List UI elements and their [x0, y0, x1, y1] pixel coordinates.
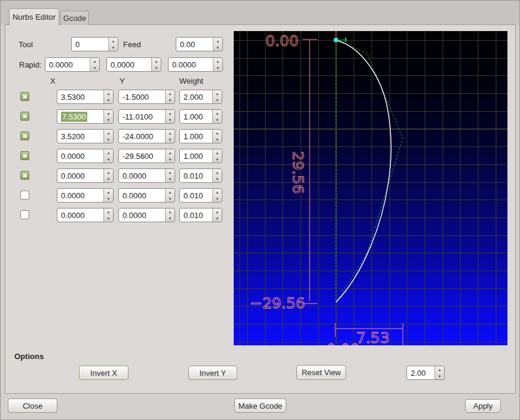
point-y-spinbox[interactable]: -1.5000 ▲▼: [118, 90, 175, 104]
point-weight-value[interactable]: 1.000: [180, 149, 212, 163]
point-weight-value[interactable]: 0.010: [180, 209, 212, 222]
tool-spinbox[interactable]: 0 ▲▼: [71, 37, 118, 51]
apply-button[interactable]: Apply: [465, 399, 501, 413]
point-y-spinbox[interactable]: -11.0100 ▲▼: [118, 109, 175, 124]
spin-up-icon[interactable]: ▲: [213, 110, 222, 117]
point-x-spinbox[interactable]: 7.5300 ▲▼: [57, 109, 114, 124]
point-weight-spinbox[interactable]: 0.010 ▲▼: [179, 208, 222, 222]
rapid-z-value[interactable]: 0.0000: [169, 58, 213, 71]
point-weight-value[interactable]: 0.010: [180, 189, 212, 202]
point-x-spinbox[interactable]: 0.0000 ▲▼: [57, 149, 114, 163]
point-x-spinbox[interactable]: 3.5300 ▲▼: [57, 90, 114, 104]
point-enable-checkbox[interactable]: [20, 92, 29, 101]
tool-value[interactable]: 0: [72, 38, 108, 51]
rapid-y-spinbox[interactable]: 0.0000 ▲▼: [106, 57, 161, 72]
spin-up-icon[interactable]: ▲: [435, 366, 444, 373]
spin-up-icon[interactable]: ▲: [166, 90, 175, 97]
point-enable-checkbox[interactable]: [20, 210, 29, 219]
point-weight-value[interactable]: 1.000: [180, 110, 212, 123]
rapid-y-value[interactable]: 0.0000: [107, 58, 151, 71]
spin-up-icon[interactable]: ▲: [213, 90, 222, 97]
spin-up-icon[interactable]: ▲: [166, 209, 175, 215]
point-y-value[interactable]: -11.0100: [119, 110, 165, 123]
point-x-spinbox[interactable]: 0.0000 ▲▼: [57, 188, 114, 203]
point-x-spinbox[interactable]: 0.0000 ▲▼: [57, 168, 114, 183]
spin-down-icon[interactable]: ▼: [213, 117, 222, 123]
rapid-z-spinbox[interactable]: 0.0000 ▲▼: [168, 57, 223, 72]
point-y-value[interactable]: -29.5600: [119, 149, 165, 163]
point-x-value[interactable]: 0.0000: [57, 149, 103, 163]
point-y-value[interactable]: -1.5000: [119, 90, 165, 103]
point-enable-checkbox[interactable]: [20, 151, 29, 160]
spin-up-icon[interactable]: ▲: [213, 58, 222, 65]
spin-down-icon[interactable]: ▼: [90, 65, 99, 71]
spin-up-icon[interactable]: ▲: [104, 169, 113, 176]
spin-up-icon[interactable]: ▲: [213, 38, 222, 44]
point-x-spinbox[interactable]: 0.0000 ▲▼: [57, 208, 114, 222]
feed-spinbox[interactable]: 0.00 ▲▼: [176, 37, 223, 51]
spin-down-icon[interactable]: ▼: [213, 65, 222, 71]
spin-down-icon[interactable]: ▼: [213, 44, 222, 51]
spin-down-icon[interactable]: ▼: [213, 156, 222, 163]
spin-up-icon[interactable]: ▲: [166, 149, 175, 156]
point-y-value[interactable]: 0.0000: [119, 209, 165, 222]
spin-down-icon[interactable]: ▼: [166, 215, 175, 222]
point-x-value[interactable]: 3.5200: [57, 130, 103, 143]
close-button[interactable]: Close: [8, 398, 57, 413]
scale-spinbox[interactable]: 2.00 ▲▼: [406, 366, 445, 380]
point-weight-spinbox[interactable]: 1.000 ▲▼: [179, 149, 222, 163]
reset-view-button[interactable]: Reset View: [296, 365, 346, 380]
spin-down-icon[interactable]: ▼: [152, 65, 161, 71]
spin-down-icon[interactable]: ▼: [435, 373, 444, 379]
point-weight-value[interactable]: 2.000: [180, 90, 212, 103]
spin-down-icon[interactable]: ▼: [166, 195, 175, 202]
rapid-x-spinbox[interactable]: 0.0000 ▲▼: [45, 57, 100, 72]
point-x-value[interactable]: 7.5300: [57, 110, 103, 123]
spin-up-icon[interactable]: ▲: [213, 149, 222, 156]
spin-up-icon[interactable]: ▲: [166, 169, 175, 176]
point-weight-spinbox[interactable]: 0.010 ▲▼: [179, 188, 222, 203]
point-enable-checkbox[interactable]: [20, 131, 29, 140]
spin-up-icon[interactable]: ▲: [104, 90, 113, 97]
curve-preview-canvas[interactable]: 0.00 29.56 −29.56 7.53 0.00: [234, 31, 507, 345]
spin-down-icon[interactable]: ▼: [104, 215, 113, 222]
spin-down-icon[interactable]: ▼: [166, 97, 175, 103]
spin-up-icon[interactable]: ▲: [104, 209, 113, 215]
point-weight-value[interactable]: 0.010: [180, 169, 212, 182]
spin-up-icon[interactable]: ▲: [104, 149, 113, 156]
point-weight-spinbox[interactable]: 2.000 ▲▼: [179, 90, 222, 104]
spin-up-icon[interactable]: ▲: [166, 189, 175, 195]
spin-down-icon[interactable]: ▼: [104, 117, 113, 123]
feed-value[interactable]: 0.00: [176, 38, 213, 51]
spin-up-icon[interactable]: ▲: [104, 130, 113, 136]
tab-nurbs-editor[interactable]: Nurbs Editor: [9, 8, 59, 25]
point-enable-checkbox[interactable]: [20, 191, 29, 200]
spin-down-icon[interactable]: ▼: [213, 215, 222, 222]
tab-gcode[interactable]: Gcode: [60, 11, 89, 25]
point-weight-spinbox[interactable]: 1.000 ▲▼: [179, 129, 222, 143]
scale-value[interactable]: 2.00: [407, 366, 435, 379]
spin-up-icon[interactable]: ▲: [152, 58, 161, 65]
spin-up-icon[interactable]: ▲: [213, 209, 222, 215]
point-x-spinbox[interactable]: 3.5200 ▲▼: [57, 129, 114, 143]
point-y-spinbox[interactable]: -24.0000 ▲▼: [118, 129, 175, 143]
spin-up-icon[interactable]: ▲: [166, 110, 175, 117]
spin-down-icon[interactable]: ▼: [166, 117, 175, 123]
point-y-spinbox[interactable]: 0.0000 ▲▼: [118, 188, 175, 203]
start-point-marker[interactable]: [334, 38, 338, 42]
invert-y-button[interactable]: Invert Y: [188, 366, 237, 380]
spin-down-icon[interactable]: ▼: [104, 136, 113, 143]
spin-down-icon[interactable]: ▼: [104, 156, 113, 163]
make-gcode-button[interactable]: Make Gcode: [234, 398, 286, 413]
invert-x-button[interactable]: Invert X: [79, 366, 129, 380]
point-enable-checkbox[interactable]: [20, 112, 29, 121]
point-x-value[interactable]: 0.0000: [57, 169, 103, 182]
spin-down-icon[interactable]: ▼: [104, 176, 113, 182]
point-y-spinbox[interactable]: 0.0000 ▲▼: [118, 168, 175, 183]
spin-down-icon[interactable]: ▼: [213, 136, 222, 143]
point-x-value[interactable]: 0.0000: [57, 209, 103, 222]
spin-up-icon[interactable]: ▲: [166, 130, 175, 136]
point-x-value[interactable]: 0.0000: [57, 189, 103, 202]
spin-down-icon[interactable]: ▼: [166, 136, 175, 143]
spin-up-icon[interactable]: ▲: [90, 58, 99, 65]
